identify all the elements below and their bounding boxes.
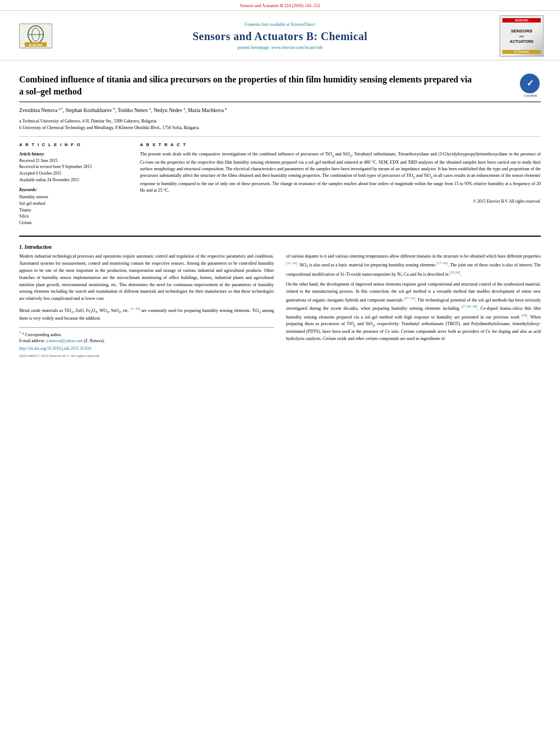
corresponding-note: * * Corresponding author. [19, 331, 274, 338]
body-left-col: Modern industrial technological processe… [19, 253, 274, 359]
email-link[interactable]: z.nenova@yahoo.com [46, 338, 83, 343]
body-para-right-2: On the other hand, the development of im… [286, 281, 541, 343]
abstract-text: The present work deals with the comparat… [140, 151, 541, 194]
journal-ref-text: Sensors and Actuators B 224 (2016) 143–1… [240, 3, 320, 8]
top-ref-bar: Sensors and Actuators B 224 (2016) 143–1… [0, 0, 560, 10]
article-history-group: Article history: Received 21 June 2015 R… [19, 151, 129, 183]
journal-main-title: Sensors and Actuators B: Chemical [60, 30, 500, 43]
contents-label: Contents lists available at [245, 22, 290, 27]
keyword-4: Silica [19, 213, 129, 220]
body-para-2: Metal oxide materials as TiO2, ZnO, Fe2O… [19, 306, 274, 322]
keyword-1: Humidity sensors [19, 194, 129, 200]
section1-num: 1. [19, 244, 23, 250]
journal-title-block: Contents lists available at ScienceDirec… [60, 22, 500, 50]
footnotes-area: * * Corresponding author. E-mail address… [19, 327, 274, 359]
body-right-col: of various dopants to it and various sin… [286, 253, 541, 359]
accepted-date: Accepted 6 October 2015 [19, 170, 129, 177]
article-info-label: A R T I C L E I N F O [19, 142, 129, 147]
logo-top-text: SENSORS [502, 18, 541, 23]
article-info-col: A R T I C L E I N F O Article history: R… [19, 142, 129, 230]
affiliation-b: b University of Chemical Technology and … [19, 125, 541, 132]
body-para-right-1: of various dopants to it and various sin… [286, 253, 541, 278]
sciencedirect-link: Contents lists available at ScienceDirec… [60, 22, 500, 27]
paper-title: Combined influence of titania and silica… [19, 74, 475, 97]
abstract-col: A B S T R A C T The present work deals w… [140, 142, 541, 230]
body-two-col: Modern industrial technological processe… [19, 253, 541, 359]
article-content: Combined influence of titania and silica… [0, 60, 560, 365]
section1-title: Introduction [25, 244, 52, 250]
logo-middle-text: SENSORS and ACTUATORS [509, 29, 533, 44]
affiliations: a Technical University of Gabrovo, 4 H, … [19, 116, 541, 137]
keyword-3: Titania [19, 207, 129, 214]
keyword-2: Sol–gel method [19, 200, 129, 207]
elsevier-logo: ELSEVIER [11, 24, 60, 48]
svg-text:ELSEVIER: ELSEVIER [29, 43, 43, 47]
homepage-url[interactable]: www.elsevier.com/locate/snb [271, 45, 323, 50]
received-date: Received 21 June 2015 [19, 158, 129, 164]
sensors-actuators-logo: SENSORS SENSORS and ACTUATORS B: Chemica… [500, 15, 544, 57]
abstract-label: A B S T R A C T [140, 142, 541, 147]
issn-line: 0925-4005/© 2015 Elsevier B.V. All right… [19, 353, 274, 359]
keywords-label: Keywords: [19, 187, 129, 192]
sciencedirect-name[interactable]: ScienceDirect [291, 22, 316, 27]
history-label: Article history: [19, 151, 129, 158]
copyright-line: © 2015 Elsevier B.V. All rights reserved… [140, 199, 541, 204]
elsevier-logo-graphic: ELSEVIER [19, 24, 52, 48]
body-para-1: Modern industrial technological processe… [19, 253, 274, 303]
journal-homepage: journal homepage: www.elsevier.com/locat… [60, 45, 500, 50]
crossmark-logo[interactable]: ✓ CrossMark [520, 74, 541, 94]
keywords-group: Keywords: Humidity sensors Sol–gel metho… [19, 187, 129, 226]
logo-bottom-text: B: Chemical [502, 50, 541, 54]
page: Sensors and Actuators B 224 (2016) 143–1… [0, 0, 560, 742]
doi-link[interactable]: http://dx.doi.org/10.1016/j.snb.2015.10.… [19, 346, 91, 351]
authors-line: Zvezditza Nenova a,*, Stephan Kozhukharo… [19, 102, 541, 116]
doi-line: http://dx.doi.org/10.1016/j.snb.2015.10.… [19, 345, 274, 352]
homepage-label: journal homepage: [237, 45, 270, 50]
section1-heading: 1. Introduction [19, 244, 541, 250]
body-section: 1. Introduction Modern industrial techno… [19, 237, 541, 359]
journal-header: ELSEVIER Contents lists available at Sci… [0, 10, 560, 60]
received-revised-date: Received in revised form 9 September 201… [19, 164, 129, 170]
email-note: E-mail address: z.nenova@yahoo.com (Z. N… [19, 338, 274, 344]
article-info-abstract-section: A R T I C L E I N F O Article history: R… [19, 137, 541, 237]
paper-title-section: Combined influence of titania and silica… [19, 66, 541, 102]
keyword-5: Cerium [19, 220, 129, 226]
available-date: Available online 24 November 2015 [19, 177, 129, 183]
affiliation-a: a Technical University of Gabrovo, 4 H, … [19, 118, 541, 125]
